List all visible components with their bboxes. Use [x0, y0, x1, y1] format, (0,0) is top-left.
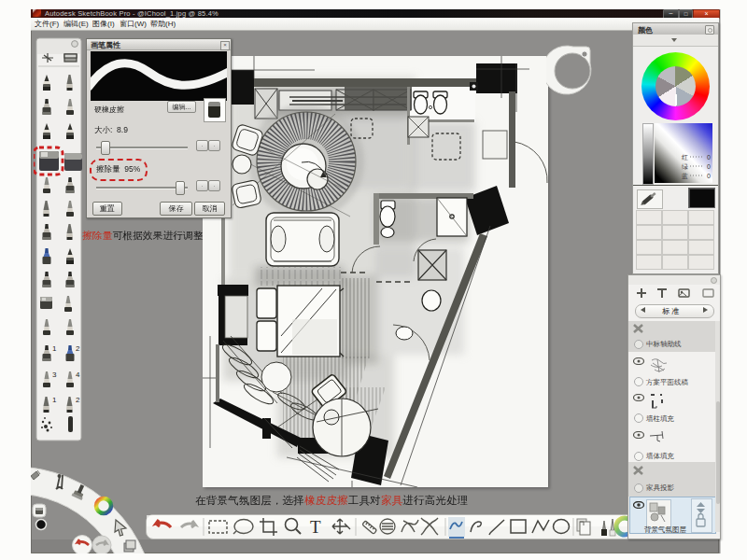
svg-text:0: 0 [707, 163, 711, 170]
svg-text:绿: 绿 [682, 163, 688, 170]
svg-text:0: 0 [707, 154, 711, 161]
svg-text:T: T [310, 517, 321, 537]
svg-text:2: 2 [76, 344, 80, 353]
svg-text:0: 0 [707, 173, 711, 179]
svg-text:3: 3 [52, 371, 57, 379]
svg-text:1: 1 [52, 344, 57, 353]
svg-text:红: 红 [682, 154, 688, 161]
svg-text:4: 4 [76, 371, 80, 379]
svg-text:1: 1 [52, 396, 57, 404]
svg-text:2: 2 [76, 396, 80, 404]
svg-text:蓝: 蓝 [681, 173, 688, 180]
